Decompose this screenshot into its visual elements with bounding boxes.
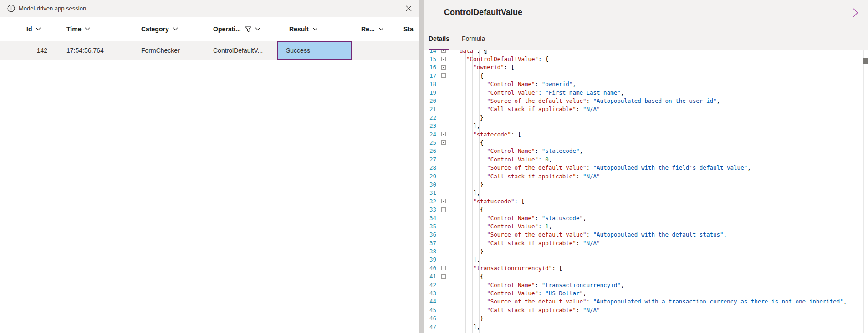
line-number: 32: [424, 198, 436, 205]
cell-time[interactable]: 17:54:56.764: [54, 41, 137, 60]
panel-divider[interactable]: [419, 0, 424, 333]
code-line-32: 32 "statuscode": [: [424, 197, 868, 205]
line-number: 29: [424, 173, 436, 180]
line-number: 23: [424, 122, 436, 129]
collapse-icon[interactable]: [441, 266, 446, 270]
code-line-25: 25 {: [424, 138, 868, 146]
line-number: 16: [424, 64, 436, 71]
info-icon: [7, 5, 15, 12]
filter-icon: [245, 26, 251, 32]
fold-column: [436, 207, 451, 212]
code-line-29: 29 "Call stack if applicable": "N/A": [424, 172, 868, 180]
session-title: Model-driven app session: [19, 5, 86, 12]
line-number: 15: [424, 56, 436, 62]
editor-scrollbar[interactable]: [863, 50, 868, 333]
code-line-28: 28 "Source of the default value": "Autop…: [424, 163, 868, 172]
line-number: 28: [424, 164, 436, 171]
line-number: 22: [424, 114, 436, 121]
code-line-41: 41 {: [424, 272, 868, 281]
code-line-47: 47 ],: [424, 323, 868, 331]
code-line-15: 15 "ControlDefaultValue": {: [424, 55, 868, 63]
code-line-21: 21 "Call stack if applicable": "N/A": [424, 105, 868, 113]
collapse-icon[interactable]: [441, 140, 446, 145]
line-number: 14: [424, 50, 436, 54]
code-line-18: 18 "Control Name": "ownerid",: [424, 80, 868, 88]
code-line-16: 16 "ownerid": [: [424, 63, 868, 71]
code-text: ],: [451, 189, 868, 196]
cell-category[interactable]: FormChecker: [137, 41, 209, 60]
line-number: 18: [424, 81, 436, 87]
column-header-category[interactable]: Category: [137, 25, 209, 33]
fold-column: [436, 57, 451, 61]
code-text: "Call stack if applicable": "N/A": [451, 173, 868, 180]
column-header-id[interactable]: Id: [0, 25, 54, 33]
session-panel: Model-driven app session IdTimeCategoryO…: [0, 0, 419, 333]
collapse-icon[interactable]: [441, 274, 446, 279]
tab-formula[interactable]: Formula: [462, 28, 485, 50]
collapse-icon[interactable]: [441, 132, 446, 136]
close-icon[interactable]: [403, 4, 414, 14]
line-number: 42: [424, 282, 436, 288]
code-text: "Control Name": "ownerid",: [451, 81, 868, 87]
scrollbar-thumb[interactable]: [863, 58, 868, 64]
code-text: "ownerid": [: [451, 64, 868, 71]
code-line-30: 30 }: [424, 180, 868, 188]
line-number: 45: [424, 307, 436, 313]
line-number: 27: [424, 156, 436, 163]
code-text: "Source of the default value": "Autopopu…: [451, 164, 868, 171]
fold-column: [436, 50, 451, 53]
collapse-icon[interactable]: [441, 207, 446, 212]
cell-operation[interactable]: ControlDefaultV...: [209, 41, 277, 60]
code-line-35: 35 "Control Value": 1,: [424, 222, 868, 230]
chevron-down-icon: [378, 27, 384, 31]
collapse-icon[interactable]: [441, 57, 446, 61]
cell-result-selected[interactable]: Success: [277, 41, 352, 60]
table-header-row: IdTimeCategoryOperati...ResultRe...Sta: [0, 17, 419, 41]
code-text: "Call stack if applicable": "N/A": [451, 240, 868, 247]
line-number: 24: [424, 131, 436, 138]
collapse-icon[interactable]: [441, 65, 446, 70]
line-number: 37: [424, 240, 436, 247]
code-line-17: 17 {: [424, 71, 868, 80]
column-header-time[interactable]: Time: [54, 25, 137, 33]
column-header-sta[interactable]: Sta: [395, 25, 419, 33]
line-number: 44: [424, 298, 436, 305]
code-text: "transactioncurrencyid": [: [451, 265, 868, 272]
collapse-icon[interactable]: [441, 73, 446, 78]
code-text: "Control Value": "First name Last name",: [451, 89, 868, 96]
cell-id[interactable]: 142: [0, 41, 54, 60]
code-line-44: 44 "Source of the default value": "Autop…: [424, 298, 868, 306]
column-header-result[interactable]: Result: [277, 25, 352, 33]
details-tabs: DetailsFormula: [424, 25, 868, 50]
code-line-46: 46 }: [424, 314, 868, 323]
chevron-right-icon[interactable]: [850, 7, 861, 19]
code-line-19: 19 "Control Value": "First name Last nam…: [424, 88, 868, 96]
code-text: {: [451, 206, 868, 213]
details-panel: ControlDefaultValue DetailsFormula 14dat…: [424, 0, 868, 333]
collapse-icon[interactable]: [441, 50, 446, 53]
code-line-31: 31 ],: [424, 189, 868, 197]
code-line-43: 43 "Control Value": "US Dollar",: [424, 289, 868, 297]
chevron-down-icon: [312, 27, 318, 31]
fold-column: [436, 274, 451, 279]
line-number: 19: [424, 89, 436, 96]
line-number: 40: [424, 265, 436, 272]
chevron-down-icon: [255, 27, 260, 31]
line-number: 47: [424, 323, 436, 330]
code-text: }: [451, 248, 868, 255]
column-header-operati[interactable]: Operati...: [209, 25, 277, 33]
table-row[interactable]: 142 17:54:56.764 FormChecker ControlDefa…: [0, 41, 419, 60]
json-viewer: 14data : {15 "ControlDefaultValue": {16 …: [424, 50, 868, 333]
code-text: "Call stack if applicable": "N/A": [451, 106, 868, 112]
collapse-icon[interactable]: [441, 199, 446, 203]
code-text: "statecode": [: [451, 131, 868, 138]
code-text: {: [451, 139, 868, 146]
column-header-re[interactable]: Re...: [352, 25, 395, 33]
line-number: 39: [424, 256, 436, 263]
code-line-22: 22 }: [424, 113, 868, 121]
column-label: Sta: [403, 25, 414, 33]
line-number: 34: [424, 215, 436, 222]
tab-details[interactable]: Details: [429, 28, 449, 50]
line-number: 20: [424, 97, 436, 104]
code-line-26: 26 "Control Name": "statecode",: [424, 147, 868, 155]
